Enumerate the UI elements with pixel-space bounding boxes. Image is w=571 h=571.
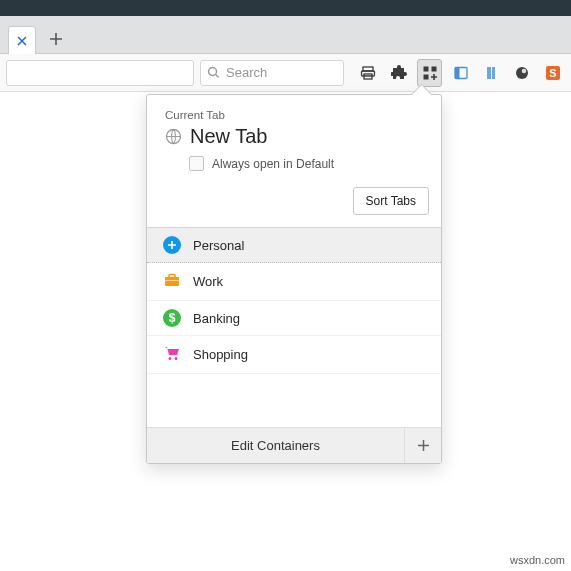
always-open-row[interactable]: Always open in Default (189, 156, 423, 171)
print-icon (360, 65, 376, 81)
url-input[interactable] (6, 60, 194, 86)
sidebar-icon (453, 65, 469, 81)
svg-rect-18 (165, 280, 179, 281)
plus-icon (417, 439, 430, 452)
container-label: Banking (193, 311, 240, 326)
search-icon (207, 66, 220, 79)
current-tab-row: New Tab (165, 125, 423, 148)
container-item-work[interactable]: Work (147, 263, 441, 301)
account-button[interactable] (510, 59, 535, 87)
container-label: Shopping (193, 347, 248, 362)
window-titlebar (0, 0, 571, 16)
svg-rect-8 (455, 67, 460, 78)
panel-footer: Edit Containers (147, 427, 441, 463)
container-item-shopping[interactable]: Shopping (147, 336, 441, 374)
svg-point-20 (175, 357, 178, 360)
puzzle-icon (391, 65, 407, 81)
extensions-button[interactable] (387, 59, 412, 87)
always-open-checkbox[interactable] (189, 156, 204, 171)
search-placeholder: Search (226, 65, 267, 80)
attribution-text: wsxdn.com (510, 554, 565, 566)
svg-point-0 (209, 68, 217, 76)
svg-rect-9 (487, 67, 491, 79)
toolbar: Search S (0, 54, 571, 92)
sort-tabs-button[interactable]: Sort Tabs (353, 187, 429, 215)
container-label: Personal (193, 238, 244, 253)
extension-s-button[interactable]: S (540, 59, 565, 87)
svg-rect-16 (165, 277, 179, 286)
active-tab-close[interactable] (8, 26, 36, 54)
container-label: Work (193, 274, 223, 289)
s-badge-icon: S (545, 65, 561, 81)
containers-icon (422, 65, 438, 81)
dollar-icon: $ (163, 309, 181, 327)
new-tab-button[interactable] (40, 25, 72, 53)
container-item-personal[interactable]: Personal (147, 228, 441, 263)
svg-rect-4 (423, 66, 428, 71)
briefcase-icon (163, 271, 181, 292)
add-container-button[interactable] (405, 428, 441, 463)
svg-point-11 (516, 67, 528, 79)
svg-text:S: S (549, 67, 556, 79)
containers-button[interactable] (417, 59, 442, 87)
tab-strip (0, 16, 571, 54)
plus-icon (49, 32, 63, 46)
containers-list: Personal Work $ Banking Shopping (147, 227, 441, 427)
globe-dark-icon (514, 65, 530, 81)
print-button[interactable] (356, 59, 381, 87)
svg-rect-10 (492, 67, 495, 79)
globe-icon (165, 128, 182, 145)
sidebar-button[interactable] (448, 59, 473, 87)
cart-icon (163, 344, 181, 365)
search-input[interactable]: Search (200, 60, 344, 86)
personal-icon (163, 236, 181, 254)
library-icon (484, 65, 499, 81)
library-button[interactable] (479, 59, 504, 87)
svg-point-12 (522, 68, 527, 73)
close-icon (16, 35, 28, 47)
svg-rect-17 (169, 275, 175, 278)
always-open-label: Always open in Default (212, 157, 334, 171)
svg-rect-5 (431, 66, 436, 71)
current-tab-label: Current Tab (165, 109, 423, 121)
svg-point-19 (169, 357, 172, 360)
tab-name-text: New Tab (190, 125, 267, 148)
containers-panel: Current Tab New Tab Always open in Defau… (146, 94, 442, 464)
container-item-banking[interactable]: $ Banking (147, 301, 441, 336)
edit-containers-button[interactable]: Edit Containers (147, 428, 405, 463)
svg-rect-6 (423, 74, 428, 79)
